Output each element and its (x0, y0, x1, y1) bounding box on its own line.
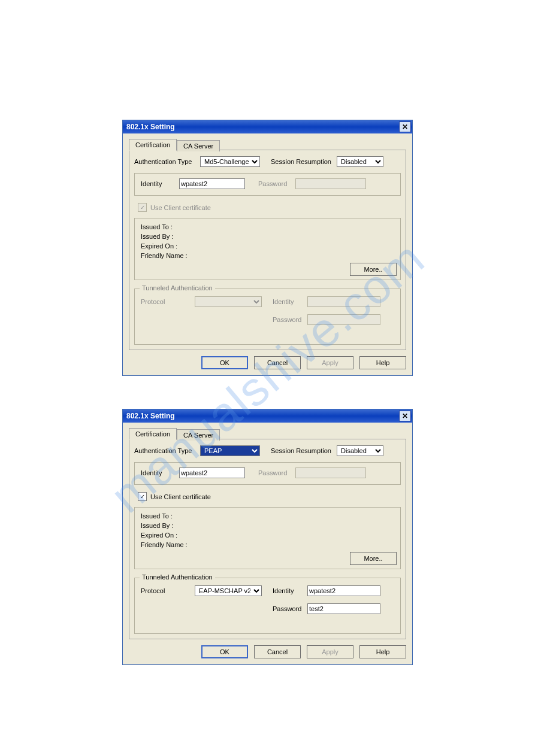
tunnel-identity-label-2: Identity (273, 587, 307, 594)
more-button-2[interactable]: More.. (350, 552, 397, 565)
identity-input-1[interactable] (179, 178, 245, 189)
use-client-cert-label-2: Use Client certificate (150, 493, 211, 500)
dialog-8021x-2: 802.1x Setting ✕ Certification CA Server… (122, 409, 413, 665)
ok-button-2[interactable]: OK (201, 645, 248, 658)
tunnel-identity-input-2[interactable] (307, 585, 380, 596)
use-client-cert-checkbox-1: ✓ (138, 203, 147, 212)
protocol-label-2: Protocol (141, 587, 195, 594)
friendly-name-1: Friendly Name : (141, 252, 394, 259)
titlebar-2: 802.1x Setting ✕ (123, 409, 412, 423)
password-input-1 (295, 178, 366, 189)
protocol-select-2[interactable]: EAP-MSCHAP v2 (195, 585, 262, 596)
password-input-2 (295, 467, 366, 478)
use-client-cert-checkbox-2[interactable]: ✓ (138, 492, 147, 501)
tunneled-legend-1: Tunneled Authentication (140, 284, 215, 292)
cancel-button-2[interactable]: Cancel (254, 645, 301, 658)
tab-certification-2[interactable]: Certification (129, 428, 177, 440)
password-label-2: Password (258, 469, 295, 476)
ok-button-1[interactable]: OK (201, 356, 248, 369)
cancel-button-1[interactable]: Cancel (254, 356, 301, 369)
tunnel-identity-input-1 (307, 296, 380, 307)
dialog-8021x-1: 802.1x Setting ✕ Certification CA Server… (122, 120, 413, 376)
help-button-2[interactable]: Help (359, 645, 406, 658)
auth-type-select-2[interactable]: PEAP (200, 445, 260, 456)
more-button-1[interactable]: More.. (350, 263, 397, 276)
issued-by-1: Issued By : (141, 233, 394, 240)
tab-certification-1[interactable]: Certification (129, 139, 177, 151)
auth-type-label-1: Authentication Type (134, 158, 200, 165)
expired-on-2: Expired On : (141, 532, 394, 539)
tab-ca-server-1[interactable]: CA Server (177, 140, 220, 151)
session-select-1[interactable]: Disabled (337, 156, 383, 167)
friendly-name-2: Friendly Name : (141, 541, 394, 548)
tunnel-password-label-2: Password (273, 605, 307, 612)
password-label-1: Password (258, 180, 295, 187)
protocol-select-1 (195, 296, 262, 307)
apply-button-2: Apply (307, 645, 353, 658)
title-text-2: 802.1x Setting (126, 412, 175, 420)
session-label-2: Session Resumption (271, 447, 337, 454)
protocol-label-1: Protocol (141, 298, 195, 305)
title-text-1: 802.1x Setting (126, 123, 175, 131)
auth-type-label-2: Authentication Type (134, 447, 200, 454)
identity-label-2: Identity (141, 469, 179, 476)
tunnel-password-label-1: Password (273, 316, 307, 323)
auth-type-select-1[interactable]: Md5-Challenge (200, 156, 260, 167)
close-button-1[interactable]: ✕ (399, 122, 411, 132)
identity-label-1: Identity (141, 180, 179, 187)
issued-by-2: Issued By : (141, 522, 394, 529)
tunnel-password-input-2[interactable] (307, 603, 380, 614)
issued-to-1: Issued To : (141, 223, 394, 230)
identity-input-2[interactable] (179, 467, 245, 478)
session-select-2[interactable]: Disabled (337, 445, 383, 456)
close-button-2[interactable]: ✕ (399, 411, 411, 421)
session-label-1: Session Resumption (271, 158, 337, 165)
issued-to-2: Issued To : (141, 512, 394, 520)
apply-button-1: Apply (307, 356, 353, 369)
tunneled-legend-2: Tunneled Authentication (140, 573, 215, 581)
help-button-1[interactable]: Help (359, 356, 406, 369)
tab-ca-server-2[interactable]: CA Server (177, 429, 220, 441)
use-client-cert-label-1: Use Client certificate (150, 204, 211, 211)
tunnel-password-input-1 (307, 314, 380, 325)
tunnel-identity-label-1: Identity (273, 298, 307, 305)
expired-on-1: Expired On : (141, 242, 394, 250)
titlebar-1: 802.1x Setting ✕ (123, 120, 412, 133)
